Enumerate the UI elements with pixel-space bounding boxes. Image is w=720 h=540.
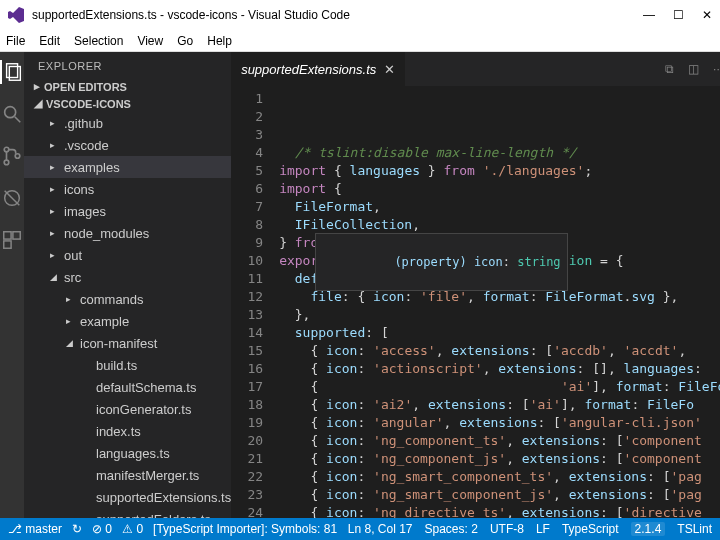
cursor-position[interactable]: Ln 8, Col 17 [348,522,413,536]
menu-file[interactable]: File [6,34,25,48]
close-icon[interactable]: ✕ [702,8,712,22]
status-bar: ⎇ master ↻ ⊘ 0 ⚠ 0 [TypeScript Importer]… [0,518,720,540]
svg-point-2 [5,107,16,118]
titlebar: supportedExtensions.ts - vscode-icons - … [0,0,720,30]
file-tree: ▸.github▸.vscode▸examples▸icons▸images▸n… [24,112,231,518]
code-content[interactable]: (property) icon: string /* tslint:disabl… [273,86,720,518]
menubar: FileEditSelectionViewGoHelp [0,30,720,52]
activity-bar [0,52,24,518]
ts-version[interactable]: 2.1.4 [631,522,666,536]
tree-item[interactable]: ▸commands [24,288,231,310]
tree-item[interactable]: supportedExtensions.ts [24,486,231,508]
debug-icon[interactable] [0,186,24,210]
explorer-icon[interactable] [0,60,24,84]
tslint-status[interactable]: TSLint [677,522,712,536]
menu-go[interactable]: Go [177,34,193,48]
tree-item[interactable]: ▸example [24,310,231,332]
tree-item[interactable]: ◢src [24,266,231,288]
search-icon[interactable] [0,102,24,126]
menu-view[interactable]: View [137,34,163,48]
line-gutter: 1234567891011121314151617181920212223242… [231,86,273,518]
minimize-icon[interactable]: — [643,8,655,22]
tree-item[interactable]: ▸icons [24,178,231,200]
sidebar-title: EXPLORER [24,52,231,78]
tree-item[interactable]: ◢icon-manifest [24,332,231,354]
tab-label: supportedExtensions.ts [241,62,376,77]
source-control-icon[interactable] [0,144,24,168]
vs-logo-icon [8,7,24,23]
extensions-icon[interactable] [0,228,24,252]
tree-item[interactable]: manifestMerger.ts [24,464,231,486]
open-editors-section[interactable]: ▸OPEN EDITORS [24,78,231,95]
tree-item[interactable]: defaultSchema.ts [24,376,231,398]
sidebar: EXPLORER ▸OPEN EDITORS ◢VSCODE-ICONS ▸.g… [24,52,231,518]
editor-area: supportedExtensions.ts ✕ ⧉ ◫ ··· 1234567… [231,52,720,518]
compare-icon[interactable]: ⧉ [665,62,674,76]
tree-item[interactable]: ▸out [24,244,231,266]
tree-item[interactable]: ▸node_modules [24,222,231,244]
language-mode[interactable]: TypeScript [562,522,619,536]
tree-item[interactable]: ▸.vscode [24,134,231,156]
tree-item[interactable]: index.ts [24,420,231,442]
maximize-icon[interactable]: ☐ [673,8,684,22]
indent-status[interactable]: Spaces: 2 [425,522,478,536]
svg-line-3 [15,117,21,123]
svg-rect-9 [4,232,11,239]
svg-point-6 [15,154,20,159]
tree-item[interactable]: iconGenerator.ts [24,398,231,420]
encoding-status[interactable]: UTF-8 [490,522,524,536]
hover-tooltip: (property) icon: string [315,233,567,291]
menu-help[interactable]: Help [207,34,232,48]
tree-item[interactable]: ▸.github [24,112,231,134]
tree-item[interactable]: ▸examples [24,156,231,178]
git-sync-icon[interactable]: ↻ [72,522,82,536]
tab-supported-extensions[interactable]: supportedExtensions.ts ✕ [231,52,405,86]
svg-rect-10 [13,232,20,239]
tree-item[interactable]: languages.ts [24,442,231,464]
menu-selection[interactable]: Selection [74,34,123,48]
menu-edit[interactable]: Edit [39,34,60,48]
code-editor[interactable]: 1234567891011121314151617181920212223242… [231,86,720,518]
editor-tabs: supportedExtensions.ts ✕ ⧉ ◫ ··· [231,52,720,86]
warnings-count[interactable]: ⚠ 0 [122,522,143,536]
svg-point-4 [4,147,9,152]
git-branch[interactable]: ⎇ master [8,522,62,536]
window-title: supportedExtensions.ts - vscode-icons - … [32,8,643,22]
tree-item[interactable]: supportedFolders.ts [24,508,231,518]
more-icon[interactable]: ··· [713,62,720,76]
split-icon[interactable]: ◫ [688,62,699,76]
tree-item[interactable]: ▸images [24,200,231,222]
tree-item[interactable]: build.ts [24,354,231,376]
svg-point-5 [4,160,9,165]
tab-close-icon[interactable]: ✕ [384,62,395,77]
svg-rect-11 [4,241,11,248]
errors-count[interactable]: ⊘ 0 [92,522,112,536]
ts-importer-status[interactable]: [TypeScript Importer]: Symbols: 81 [153,522,337,536]
eol-status[interactable]: LF [536,522,550,536]
project-section[interactable]: ◢VSCODE-ICONS [24,95,231,112]
